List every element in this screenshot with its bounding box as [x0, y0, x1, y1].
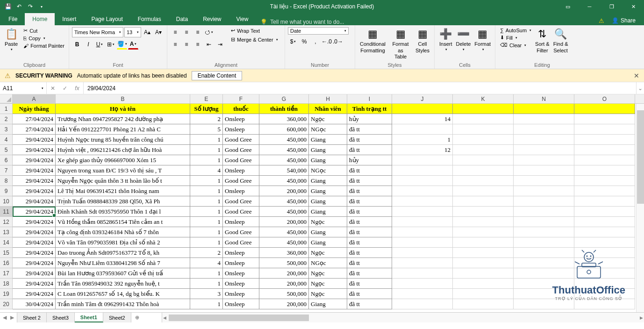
cell[interactable]	[574, 155, 635, 165]
insert-cells-button[interactable]: ➕Insert▾	[437, 27, 454, 52]
cell[interactable]: 1	[190, 217, 223, 227]
cell[interactable]	[392, 186, 453, 196]
cell[interactable]	[453, 186, 514, 196]
header-cell[interactable]: thuốc	[223, 104, 259, 114]
align-middle-icon[interactable]: ≡	[181, 27, 192, 37]
cell[interactable]	[392, 165, 453, 176]
cell[interactable]: Ngọc	[309, 217, 347, 227]
undo-icon[interactable]: ↶	[15, 2, 23, 11]
cell[interactable]: 1	[392, 135, 453, 145]
cell[interactable]: Giang	[309, 145, 347, 155]
close-button[interactable]: ✕	[623, 0, 644, 13]
cell[interactable]	[514, 227, 574, 237]
tab-formulas[interactable]: Formulas	[130, 13, 169, 25]
autosum-button[interactable]: ∑AutoSum▾	[498, 27, 533, 34]
cell[interactable]: 1	[190, 196, 223, 207]
cell[interactable]	[514, 248, 574, 258]
cell[interactable]	[514, 289, 574, 299]
decrease-indent-icon[interactable]: ⇤	[204, 39, 214, 50]
scroll-thumb[interactable]	[169, 315, 309, 321]
cell[interactable]: đã tt	[347, 248, 392, 258]
fx-icon[interactable]: fx	[71, 85, 83, 92]
cell[interactable]: Onsleep	[223, 268, 259, 279]
cell[interactable]: Lê Thị Mai 0963914521 thôn Hoàng nam	[56, 186, 190, 196]
name-box[interactable]: A11▾	[0, 82, 47, 94]
cell[interactable]: 1	[190, 227, 223, 237]
cell[interactable]: 200,000	[259, 279, 309, 289]
align-center-icon[interactable]: ≡	[181, 39, 192, 50]
cell[interactable]: 4	[190, 258, 223, 268]
cell[interactable]: Tạ công định 0393246184 Nhà số 7 thôn	[56, 227, 190, 237]
qat-customize-icon[interactable]: ▾	[37, 2, 46, 11]
cell[interactable]: Trương Nhan 0947295827 242 đường phạ	[56, 114, 190, 124]
cell[interactable]: C Loan 0912657657 số 14, dg bg biểu. K	[56, 289, 190, 299]
cell[interactable]: Good Gree	[223, 237, 259, 248]
border-button[interactable]: ⊞▾	[106, 39, 116, 50]
col-header-o[interactable]: O	[574, 94, 635, 103]
cell[interactable]: 1	[190, 155, 223, 165]
find-select-button[interactable]: 🔍Find & Select	[551, 27, 570, 55]
cell[interactable]: đã tt	[347, 165, 392, 176]
decrease-font-icon[interactable]: A▾	[153, 27, 164, 37]
cell[interactable]: 450,000	[259, 135, 309, 145]
fill-color-button[interactable]: 🪣▾	[117, 39, 127, 50]
wrap-text-button[interactable]: ↩Wrap Text	[229, 27, 280, 34]
cell[interactable]	[514, 176, 574, 186]
col-header-j[interactable]: J	[392, 94, 453, 103]
sheet-tab[interactable]: Sheet 2	[17, 313, 47, 322]
row-header[interactable]: 5	[0, 145, 13, 155]
col-header-a[interactable]: A	[13, 94, 56, 103]
ribbon-display-options-icon[interactable]: ▭	[557, 0, 578, 13]
cell[interactable]	[392, 176, 453, 186]
cell[interactable]: 540,000	[259, 165, 309, 176]
header-cell[interactable]: Số lượng	[190, 104, 223, 114]
cell[interactable]: Bùi lan Hương 0379593607 Gửi về thị trấ	[56, 268, 190, 279]
header-cell[interactable]	[453, 104, 514, 114]
cell[interactable]: Dao truong Ảnh Sdt0975163772 Tổ 8, kh	[56, 248, 190, 258]
row-header[interactable]: 18	[0, 279, 13, 289]
col-header-f[interactable]: F	[223, 94, 259, 103]
cell[interactable]	[514, 196, 574, 207]
cell[interactable]	[453, 289, 514, 299]
cell[interactable]: 29/04/2024	[13, 165, 56, 176]
row-header[interactable]: 12	[0, 217, 13, 227]
cell[interactable]: 1	[190, 279, 223, 289]
cell[interactable]	[392, 248, 453, 258]
redo-icon[interactable]: ↷	[26, 2, 35, 11]
cell[interactable]	[392, 227, 453, 237]
cell[interactable]: Huỳnh Ngọc trung 85 huyền trân công chú	[56, 135, 190, 145]
cell[interactable]: Giang	[309, 207, 347, 217]
col-header-i[interactable]: I	[347, 94, 392, 103]
cell[interactable]	[574, 145, 635, 155]
row-header[interactable]: 14	[0, 237, 13, 248]
cell[interactable]: NGọc	[309, 165, 347, 176]
cell[interactable]: Ngọc	[309, 279, 347, 289]
cell[interactable]: Xe ghép giao thủy 0966697000 Xóm 15	[56, 155, 190, 165]
header-cell[interactable]: Nhân viên	[309, 104, 347, 114]
clear-button[interactable]: ⌫Clear▾	[498, 42, 533, 49]
row-header[interactable]: 19	[0, 289, 13, 299]
cell[interactable]: 29/04/2024	[13, 237, 56, 248]
cell[interactable]: hủy	[347, 155, 392, 165]
cell[interactable]	[574, 248, 635, 258]
align-left-icon[interactable]: ≡	[170, 39, 180, 50]
prev-sheet-icon[interactable]: ◀	[3, 315, 7, 321]
sort-filter-button[interactable]: ⇅Sort & Filter	[533, 27, 551, 55]
cell[interactable]: 29/04/2024	[13, 289, 56, 299]
cell[interactable]: đã tt	[347, 217, 392, 227]
format-cells-button[interactable]: ▦Format▾	[472, 27, 493, 52]
header-cell[interactable]: thành tiền	[259, 104, 309, 114]
cell[interactable]: 2	[190, 114, 223, 124]
cell[interactable]: 29/04/2024	[13, 248, 56, 258]
percent-format-icon[interactable]: %	[299, 36, 309, 47]
cell[interactable]: 450,000	[259, 145, 309, 155]
cell[interactable]: đã tt	[347, 124, 392, 135]
cell[interactable]	[453, 135, 514, 145]
row-header[interactable]: 6	[0, 155, 13, 165]
cell[interactable]	[392, 196, 453, 207]
cell[interactable]: Vũ Hồng thắm 0852865154 Tiên cảm an t	[56, 217, 190, 227]
cell[interactable]	[514, 186, 574, 196]
cell[interactable]: đã tt	[347, 135, 392, 145]
horizontal-scrollbar[interactable]: ◀ ▶	[162, 313, 644, 322]
cell[interactable]: 360,000	[259, 114, 309, 124]
